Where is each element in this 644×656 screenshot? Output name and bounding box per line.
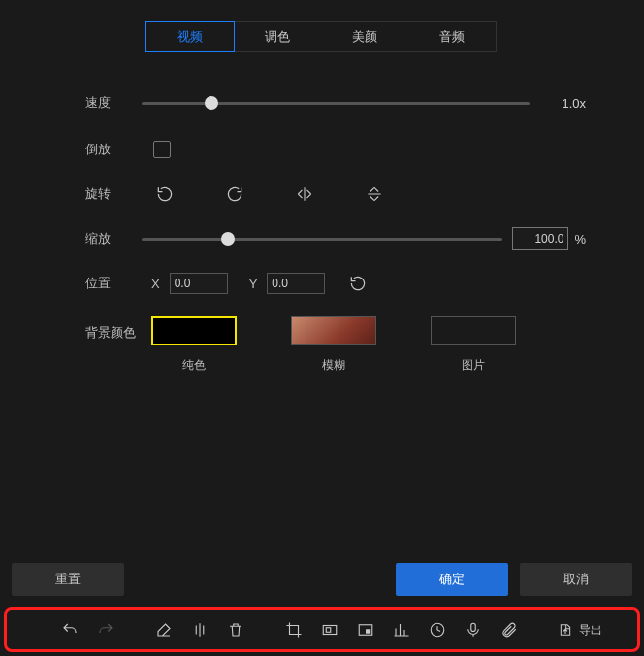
position-x-label: X bbox=[151, 277, 160, 291]
label-speed: 速度 bbox=[85, 94, 142, 112]
svg-rect-2 bbox=[323, 626, 337, 635]
timeline-toolbar: 导出 bbox=[4, 607, 640, 652]
position-y-input[interactable] bbox=[267, 273, 325, 294]
reset-button[interactable]: 重置 bbox=[12, 563, 124, 596]
aspect-icon[interactable] bbox=[320, 620, 339, 640]
edit-icon[interactable] bbox=[154, 620, 174, 640]
label-bgcolor: 背景颜色 bbox=[85, 324, 142, 342]
redo-icon[interactable] bbox=[96, 620, 115, 640]
attach-icon[interactable] bbox=[499, 620, 519, 640]
tab-beauty[interactable]: 美颜 bbox=[321, 22, 408, 51]
export-label: 导出 bbox=[579, 622, 602, 639]
bg-image-label: 图片 bbox=[462, 357, 485, 374]
pip-icon[interactable] bbox=[356, 620, 375, 640]
stats-icon[interactable] bbox=[392, 620, 411, 640]
scale-input[interactable] bbox=[512, 227, 568, 250]
bg-blur-swatch[interactable] bbox=[291, 316, 376, 345]
label-scale: 缩放 bbox=[85, 230, 142, 247]
flip-horizontal-icon[interactable] bbox=[293, 182, 316, 206]
voice-icon[interactable] bbox=[464, 620, 483, 640]
svg-rect-3 bbox=[326, 628, 331, 633]
svg-rect-5 bbox=[366, 629, 370, 634]
crop-icon[interactable] bbox=[284, 620, 304, 640]
svg-rect-7 bbox=[471, 623, 476, 631]
cancel-button[interactable]: 取消 bbox=[520, 563, 632, 596]
undo-icon[interactable] bbox=[60, 620, 80, 640]
bg-blur-label: 模糊 bbox=[322, 357, 345, 374]
ok-button[interactable]: 确定 bbox=[396, 563, 508, 596]
scale-slider[interactable] bbox=[142, 225, 502, 252]
export-button[interactable]: 导出 bbox=[558, 622, 602, 639]
bg-solid-swatch[interactable] bbox=[151, 316, 237, 345]
label-reverse: 倒放 bbox=[85, 141, 142, 158]
reverse-checkbox[interactable] bbox=[153, 141, 171, 158]
position-y-label: Y bbox=[249, 277, 258, 291]
label-position: 位置 bbox=[85, 275, 142, 292]
bg-image-swatch[interactable] bbox=[431, 316, 516, 345]
tab-color[interactable]: 调色 bbox=[234, 22, 321, 51]
scale-unit: % bbox=[574, 232, 586, 246]
delete-icon[interactable] bbox=[226, 620, 245, 640]
rotate-ccw-icon[interactable] bbox=[153, 182, 177, 206]
flip-vertical-icon[interactable] bbox=[363, 182, 386, 206]
property-tabs: 视频 调色 美颜 音频 bbox=[145, 21, 497, 52]
tab-audio[interactable]: 音频 bbox=[408, 22, 496, 51]
svg-point-1 bbox=[230, 199, 231, 200]
speed-slider[interactable] bbox=[142, 89, 530, 116]
position-reset-icon[interactable] bbox=[346, 272, 370, 295]
label-rotate: 旋转 bbox=[85, 185, 142, 203]
position-x-input[interactable] bbox=[170, 273, 228, 294]
speed-tool-icon[interactable] bbox=[428, 620, 447, 640]
split-icon[interactable] bbox=[190, 620, 209, 640]
svg-point-0 bbox=[169, 199, 170, 200]
rotate-cw-icon[interactable] bbox=[223, 182, 246, 206]
speed-value: 1.0x bbox=[547, 96, 586, 111]
tab-video[interactable]: 视频 bbox=[145, 21, 235, 52]
bg-solid-label: 纯色 bbox=[182, 357, 206, 374]
